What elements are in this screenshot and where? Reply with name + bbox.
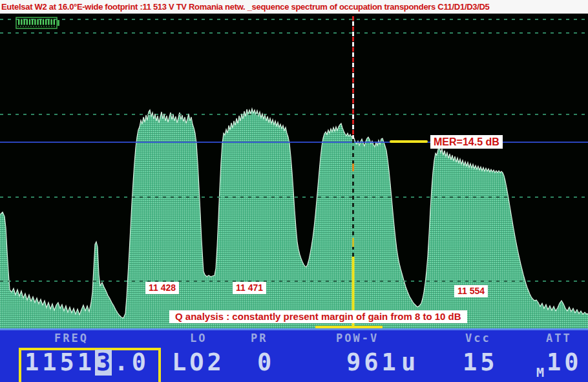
att-value: 10 (547, 350, 582, 376)
q-analysis-label: Q analysis : constantly present margin o… (169, 310, 467, 323)
frequency-digits: 1151 (25, 350, 95, 376)
lo-header: LO (190, 332, 207, 345)
pow-v-unit: u (401, 350, 419, 376)
pr-header: PR (251, 332, 268, 345)
title-text: Eutelsat W2 at 16.0°E-wide footprint :11… (0, 2, 490, 12)
transponder-label-11471: 11 471 (233, 282, 266, 294)
frequency-decimal: .0 (114, 350, 149, 376)
lo-value: LO2 (172, 350, 225, 376)
frequency-cursor-digit: 3 (95, 350, 112, 376)
spectrum-display: 11 428 11 471 11 554 MER=14.5 dB Q analy… (0, 14, 588, 328)
title-bar: Eutelsat W2 at 16.0°E-wide footprint :11… (0, 0, 588, 14)
frequency-value-field[interactable]: 11513.0 (25, 350, 149, 376)
att-mode-prefix: M (536, 359, 544, 382)
pow-v-value: 961 (346, 350, 399, 376)
pr-value: 0 (257, 350, 275, 376)
pow-v-header: POW-V (336, 332, 379, 345)
vcc-header: Vcc (465, 332, 491, 345)
mer-measurement-label: MER=14.5 dB (430, 135, 503, 149)
att-header: ATT (546, 332, 572, 345)
status-bar: FREQ LO PR POW-V Vcc ATT 11513.0 LO2 0 9… (0, 328, 588, 382)
freq-header: FREQ (54, 332, 89, 345)
transponder-label-11428: 11 428 (145, 282, 179, 294)
spectrum-plot (0, 14, 588, 328)
spectrum-analyzer-screen: Eutelsat W2 at 16.0°E-wide footprint :11… (0, 0, 588, 382)
vcc-value: 15 (463, 350, 498, 376)
transponder-label-11554: 11 554 (454, 285, 488, 297)
battery-indicator (16, 17, 59, 28)
